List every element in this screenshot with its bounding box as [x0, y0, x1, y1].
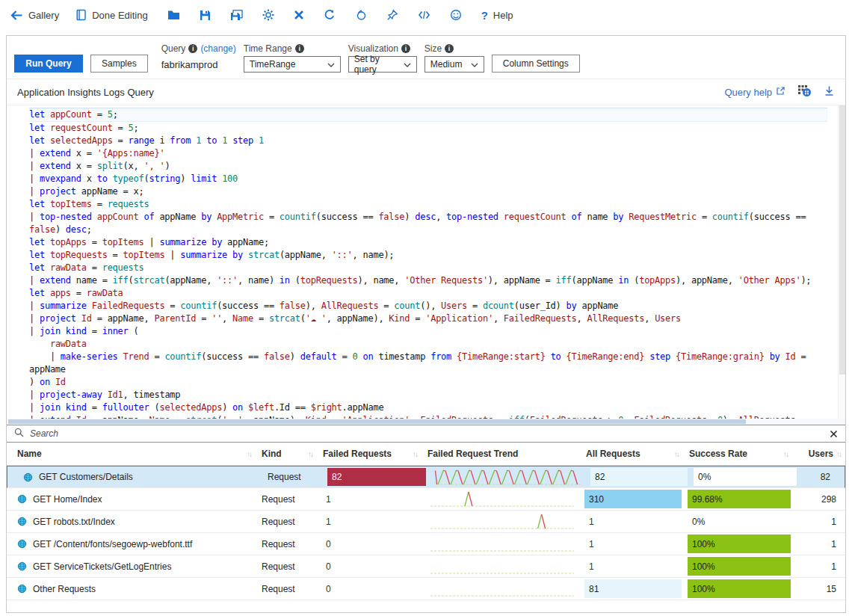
kind-cell: Request: [259, 578, 320, 600]
success-rate-cell: 100%: [686, 533, 795, 555]
query-help-link[interactable]: Query help: [724, 86, 785, 98]
time-range-select[interactable]: TimeRange: [244, 56, 341, 73]
save-as-icon: [230, 10, 243, 21]
feedback-button[interactable]: [450, 9, 462, 21]
samples-button[interactable]: Samples: [90, 55, 148, 73]
query-label: Query: [161, 43, 186, 54]
sort-icon[interactable]: ↑↓: [674, 450, 679, 458]
editor-horizontal-scrollbar[interactable]: [7, 419, 845, 425]
success-rate-cell: 100%: [686, 555, 795, 577]
run-query-button[interactable]: Run Query: [14, 55, 83, 73]
failed-request-trend-sparkline: [427, 556, 577, 576]
failed-requests-value: 1: [323, 494, 331, 505]
save-button[interactable]: [200, 10, 211, 21]
search-input[interactable]: [30, 428, 824, 439]
sort-icon[interactable]: ↑↓: [413, 450, 417, 458]
table-row[interactable]: GET Customers/DetailsRequest82820%82: [7, 466, 845, 488]
advanced-editor-button[interactable]: [418, 10, 430, 20]
kind-value: Request: [262, 584, 295, 594]
size-label: Size: [425, 43, 442, 54]
editor-vertical-scrollbar[interactable]: [838, 105, 845, 419]
info-icon: [188, 44, 197, 53]
kind-value: Request: [262, 539, 295, 549]
all-requests-cell: 82: [589, 466, 692, 487]
chevron-down-icon: [327, 59, 335, 70]
column-header-users[interactable]: Users↑↓: [795, 443, 845, 465]
column-label: Success Rate: [689, 449, 747, 459]
globe-icon: [17, 539, 27, 549]
size-select[interactable]: Medium: [425, 56, 484, 73]
workbook-samples-icon[interactable]: [797, 84, 812, 100]
success-rate-cell: 0%: [686, 511, 795, 532]
table-row[interactable]: Other RequestsRequest081100%15: [7, 578, 845, 600]
success-rate-value: 100%: [692, 539, 715, 549]
column-header-failed-requests[interactable]: Failed Requests↑↓: [320, 443, 425, 465]
trend-cell: [425, 511, 583, 532]
failed-requests-value: 0: [323, 539, 331, 549]
top-toolbar: Gallery Done Editing ? Help: [0, 0, 852, 30]
kind-cell: Request: [259, 488, 320, 510]
close-button[interactable]: [294, 10, 304, 20]
column-header-success-rate[interactable]: Success Rate↑↓: [686, 443, 795, 465]
table-row[interactable]: GET /Content/fonts/segoewp-webfont.ttfRe…: [7, 533, 845, 555]
save-as-button[interactable]: [230, 10, 243, 21]
code-icon: [418, 10, 430, 20]
all-requests-cell: 1: [583, 533, 686, 555]
sort-icon[interactable]: ↑↓: [308, 450, 312, 458]
column-header-all-requests[interactable]: All Requests↑↓: [583, 443, 686, 465]
kind-cell: Request: [259, 555, 320, 577]
all-requests-cell: 1: [583, 555, 686, 577]
balloon-button[interactable]: [355, 9, 367, 21]
failed-request-trend-sparkline: [427, 511, 577, 532]
failed-requests-value: 1: [323, 517, 331, 527]
all-requests-value: 310: [589, 494, 604, 505]
refresh-button[interactable]: [324, 9, 336, 21]
all-requests-value: 82: [595, 472, 605, 482]
download-icon[interactable]: [824, 85, 835, 99]
save-icon: [200, 10, 211, 21]
gear-icon: [262, 9, 274, 21]
open-button[interactable]: [167, 10, 180, 20]
table-row[interactable]: GET robots.txt/IndexRequest110%1: [7, 511, 845, 533]
change-query-link[interactable]: (change): [200, 43, 235, 54]
query-editor[interactable]: let appCount = 5;let requestCount = 5;le…: [7, 108, 827, 419]
kind-value: Request: [262, 517, 295, 527]
users-value: 1: [831, 517, 836, 527]
done-editing-button[interactable]: Done Editing: [75, 9, 147, 21]
globe-icon: [17, 494, 27, 504]
pin-icon: [386, 9, 398, 21]
failed-requests-cell: 1: [320, 488, 425, 510]
column-settings-button[interactable]: Column Settings: [492, 55, 580, 73]
users-cell: 1: [795, 555, 845, 577]
visualization-value: Set by query: [354, 54, 404, 75]
pin-button[interactable]: [386, 9, 398, 21]
request-name: GET robots.txt/Index: [33, 517, 115, 527]
users-cell: 298: [795, 488, 845, 510]
visualization-select[interactable]: Set by query: [348, 56, 417, 73]
gallery-back-button[interactable]: Gallery: [10, 10, 59, 21]
all-requests-bar: 310: [584, 490, 682, 508]
column-header-name[interactable]: Name↑↓: [7, 443, 259, 465]
settings-button[interactable]: [262, 9, 274, 21]
help-button[interactable]: ? Help: [481, 9, 513, 22]
table-row[interactable]: GET Home/IndexRequest131099.68%298: [7, 488, 845, 511]
gallery-label: Gallery: [28, 10, 59, 21]
sort-icon[interactable]: ↑↓: [783, 450, 788, 458]
sort-icon[interactable]: ↑↓: [836, 450, 841, 458]
trend-cell: [425, 555, 583, 577]
failed-requests-value: 0: [323, 584, 331, 594]
table-row[interactable]: GET ServiceTickets/GetLogEntriesRequest0…: [7, 555, 845, 578]
all-requests-cell: 81: [583, 578, 686, 600]
sort-icon[interactable]: ↑↓: [247, 450, 251, 458]
globe-icon: [17, 561, 27, 571]
all-requests-value: 1: [586, 539, 594, 549]
clear-search-icon[interactable]: [830, 430, 838, 438]
success-rate-bar: 100%: [688, 579, 791, 598]
trend-cell: [430, 466, 589, 487]
success-rate-value: 0%: [698, 472, 711, 482]
column-header-kind[interactable]: Kind↑↓: [259, 443, 320, 465]
globe-icon: [17, 584, 27, 594]
failed-request-trend-sparkline: [427, 489, 577, 509]
folder-icon: [167, 10, 180, 20]
users-cell: 82: [801, 466, 839, 487]
